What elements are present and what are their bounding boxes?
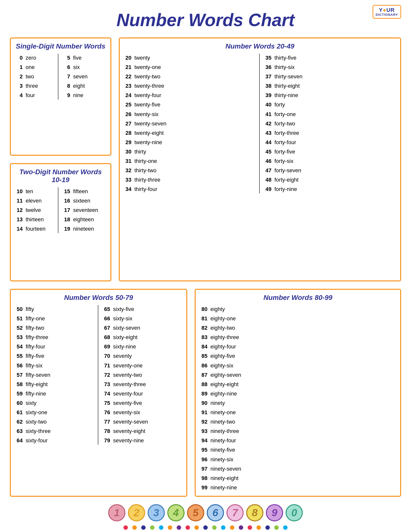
two-digit-box: Two-Digit Number Words 10-19 10ten11elev… [10,163,111,281]
number-row: 97ninety-seven [201,465,395,473]
number-word: five [73,54,82,62]
number-digit: 16 [63,197,70,205]
number-word: forty-two [274,120,295,128]
number-digit: 33 [125,176,132,184]
number-digit: 57 [16,371,23,379]
number-word: thirty-eight [274,82,300,90]
dot [159,525,163,530]
number-digit: 50 [16,305,23,313]
number-row: 11eleven [16,197,58,205]
number-row: 66sixty-six [103,314,181,323]
number-word: twenty-one [135,63,161,71]
number-digit: 80 [201,305,207,313]
number-word: seventy-six [113,408,140,417]
number-digit: 81 [201,314,207,323]
number-word: twenty-two [135,72,160,81]
number-digit: 61 [16,408,23,417]
number-digit: 32 [125,166,132,175]
decorative-numbers: 1234567890 [10,504,401,521]
deco-digit: 0 [286,504,303,521]
number-word: fifty-six [26,361,42,370]
number-row: 42forty-two [265,120,395,128]
number-row: 50fifty [16,305,94,313]
number-row: 48forty-eight [265,176,395,184]
number-digit: 97 [201,465,207,473]
number-word: thirty [135,148,146,156]
eighty99-title: Number Words 80-99 [201,294,395,302]
number-word: fifty-three [26,333,48,342]
number-digit: 55 [16,352,23,360]
number-row: 73seventy-three [103,380,181,389]
number-digit: 66 [103,314,110,323]
number-word: seventy-three [113,380,146,389]
dot [274,525,279,530]
number-word: fifty-one [26,314,45,323]
number-word: sixty-five [113,305,134,313]
number-digit: 37 [265,72,272,81]
number-row: 3three [16,82,58,90]
number-row: 14fourteen [16,225,58,233]
number-digit: 65 [103,305,110,313]
number-word: fourteen [26,225,46,233]
number-digit: 69 [103,343,110,351]
deco-digit: 5 [187,504,204,521]
number-digit: 36 [265,63,272,71]
two-digit-grid: 10ten11eleven12twelve13thirteen14fourtee… [16,187,105,233]
number-digit: 27 [125,120,132,128]
number-word: eight [73,82,85,90]
number-word: twelve [26,206,41,214]
number-row: 47forty-seven [265,166,395,175]
number-word: sixty [26,399,36,407]
number-word: ninety-two [210,418,235,426]
number-row: 5five [63,54,105,62]
dot [283,525,288,530]
number-row: 76seventy-six [103,408,181,417]
logo-dictionary: DICTIONARY [376,13,398,17]
dot [194,525,199,530]
number-word: thirty-nine [274,91,298,100]
number-word: sixteen [73,197,90,205]
number-digit: 56 [16,361,23,370]
two-digit-title: Two-Digit Number Words 10-19 [16,168,105,184]
number-digit: 45 [265,148,272,156]
number-row: 69sixty-nine [103,343,181,351]
number-word: eighty-eight [210,380,239,389]
number-word: ten [26,187,33,196]
dot [141,525,146,530]
number-row: 9nine [63,91,105,100]
number-row: 29twenty-nine [125,138,255,147]
number-word: four [26,91,35,100]
number-row: 81eighty-one [201,314,395,323]
number-row: 33thirty-three [125,176,255,184]
number-digit: 62 [16,418,23,426]
number-digit: 22 [125,72,132,81]
number-row: 51fifty-one [16,314,94,323]
number-word: ninety-four [210,436,236,445]
number-digit: 41 [265,110,272,119]
number-word: ninety-eight [210,474,239,482]
number-row: 92ninety-two [201,418,395,426]
logo-y: Y [379,7,383,13]
number-row: 86eighty-six [201,361,395,370]
single-digit-col1: 0zero1one2two3three4four [16,54,58,100]
number-row: 35thirty-five [265,54,395,62]
number-word: one [26,63,35,71]
dot [177,525,181,530]
number-word: zero [26,54,36,62]
number-row: 30thirty [125,148,255,156]
number-row: 53fifty-three [16,333,94,342]
number-row: 32thirty-two [125,166,255,175]
number-word: forty-eight [274,176,299,184]
number-digit: 95 [201,446,207,454]
deco-digit: 1 [108,504,125,521]
number-row: 44forty-four [265,138,395,147]
number-digit: 88 [201,380,207,389]
number-row: 18eighteen [63,215,105,224]
number-digit: 52 [16,324,23,332]
number-word: twenty-eight [135,129,164,137]
number-row: 17seventeen [63,206,105,214]
number-word: ninety-nine [210,483,237,492]
number-row: 21twenty-one [125,63,255,71]
number-digit: 51 [16,314,23,323]
dot [168,525,172,530]
